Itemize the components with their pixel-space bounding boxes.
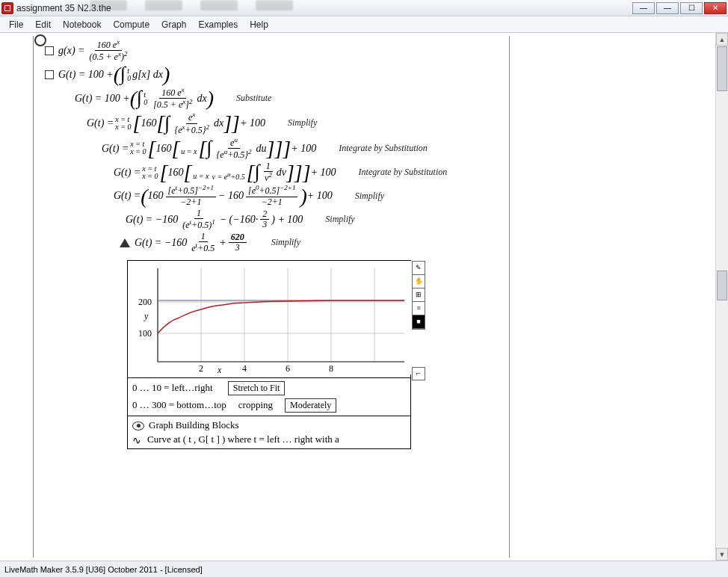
triangle-bullet-icon[interactable]	[60, 94, 70, 103]
menu-edit[interactable]: Edit	[29, 18, 57, 31]
menu-notebook[interactable]: Notebook	[57, 18, 107, 31]
triangle-bullet-icon[interactable]	[87, 144, 97, 152]
scroll-thumb-mid[interactable]	[717, 271, 727, 300]
graph-tool-pencil-icon[interactable]: ✎	[413, 262, 425, 275]
vertical-scrollbar[interactable]: ▲ ▼	[715, 33, 728, 561]
svg-text:2: 2	[199, 363, 203, 374]
triangle-bullet-icon[interactable]	[111, 215, 121, 224]
app-icon	[1, 2, 13, 14]
svg-text:y: y	[144, 311, 149, 321]
minimize-button[interactable]: —	[632, 2, 655, 14]
close-button[interactable]: ✕	[704, 2, 727, 14]
svg-text:4: 4	[242, 363, 247, 374]
titlebar: assignment 35 N2.3.the — — ☐ ✕	[0, 0, 728, 16]
triangle-bullet-icon[interactable]	[72, 119, 82, 128]
scroll-up-icon[interactable]: ▲	[716, 33, 728, 46]
menu-compute[interactable]: Compute	[107, 18, 155, 31]
graph-toolbar: ✎ ✋ ⊞ ≡ ■	[412, 261, 425, 330]
graph-tool-grid-icon[interactable]: ⊞	[413, 288, 425, 302]
graph-tool-bars-icon[interactable]: ≡	[413, 302, 425, 315]
graph-plot[interactable]: 200 100 y 2 4 6 8 x ✎ ✋ ⊞ ≡ ■ ⌐	[127, 260, 411, 378]
menu-help[interactable]: Help	[244, 18, 274, 31]
svg-text:8: 8	[329, 363, 333, 374]
triangle-bullet-icon[interactable]	[99, 168, 109, 177]
graph-tool-fill-icon[interactable]: ■	[413, 315, 425, 329]
maximize-button[interactable]: ☐	[680, 2, 703, 14]
secondary-min-button[interactable]: —	[656, 2, 679, 14]
svg-text:x: x	[217, 365, 222, 374]
scroll-down-icon[interactable]: ▼	[716, 548, 728, 561]
status-text: LiveMath Maker 3.5.9 [U36] October 2011 …	[4, 565, 203, 574]
graph-tool-hand-icon[interactable]: ✋	[413, 275, 425, 288]
curve-icon[interactable]	[132, 436, 144, 444]
app-window: assignment 35 N2.3.the — — ☐ ✕ File Edit…	[0, 0, 728, 577]
triangle-bullet-icon[interactable]	[99, 191, 109, 200]
background-blur	[90, 0, 389, 13]
graph-resize-icon[interactable]: ⌐	[412, 367, 425, 380]
menu-file[interactable]: File	[3, 18, 29, 31]
node-circle-icon[interactable]	[34, 34, 46, 46]
svg-text:200: 200	[138, 297, 152, 307]
scroll-thumb[interactable]	[717, 46, 727, 91]
menu-examples[interactable]: Examples	[192, 18, 244, 31]
document-area[interactable]: g(x) = 160 ex(0.5 + ex)2 G(t) = 100 + (∫…	[0, 33, 715, 561]
menubar: File Edit Notebook Compute Graph Example…	[0, 16, 728, 33]
statusbar: LiveMath Maker 3.5.9 [U36] October 2011 …	[0, 561, 728, 577]
chart-svg: 200 100 y 2 4 6 8 x	[128, 261, 412, 374]
svg-text:100: 100	[138, 328, 152, 339]
svg-text:6: 6	[286, 363, 290, 374]
svg-rect-0	[128, 261, 412, 374]
menu-graph[interactable]: Graph	[155, 18, 192, 31]
